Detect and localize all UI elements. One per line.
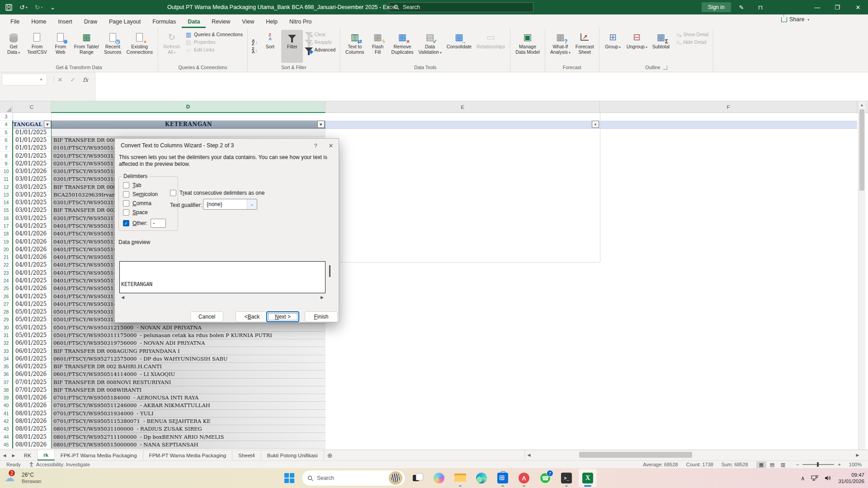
cell-empty[interactable] — [326, 300, 868, 308]
advanced-button[interactable]: ◆Advanced — [305, 47, 335, 53]
save-icon[interactable] — [5, 4, 12, 11]
tab-home[interactable]: Home — [25, 16, 52, 28]
sort-az-icon[interactable]: AZ↓ — [252, 39, 258, 46]
volume-icon[interactable] — [825, 475, 832, 481]
row-number[interactable]: 27 — [0, 300, 13, 308]
cell-date[interactable]: 05/01/2025 — [13, 324, 51, 332]
ungroup-button[interactable]: ⊟Ungroup▾ — [624, 30, 650, 63]
row-number[interactable]: 28 — [0, 308, 13, 316]
cell-f4[interactable] — [600, 121, 857, 128]
cell-empty[interactable] — [326, 136, 868, 144]
row-number[interactable]: 13 — [0, 191, 13, 199]
row-number[interactable]: 44 — [0, 433, 13, 441]
filter-dropdown-icon[interactable]: ▼ — [592, 121, 599, 128]
tab-view[interactable]: View — [236, 16, 260, 28]
cell-empty[interactable] — [326, 324, 868, 332]
cell-empty[interactable] — [326, 175, 868, 183]
cell-date[interactable]: 03/01/2025 — [13, 175, 51, 183]
cell-empty[interactable] — [326, 113, 868, 121]
cell-empty[interactable] — [326, 425, 868, 433]
taskbar-search-box[interactable]: Search — [302, 470, 406, 486]
remove-duplicates-button[interactable]: ▦×RemoveDuplicates — [389, 30, 416, 63]
cell-empty[interactable] — [326, 144, 868, 152]
cell-date[interactable]: 04/01/2025 — [13, 269, 51, 277]
cell-date[interactable]: 03/01/2025 — [13, 199, 51, 206]
row-number[interactable]: 6 — [0, 136, 13, 144]
horizontal-scroll-thumb[interactable] — [579, 452, 692, 458]
zoom-out-icon[interactable]: − — [796, 462, 799, 467]
cell-date[interactable]: 03/01/2025 — [13, 215, 51, 222]
cell-keterangan[interactable] — [51, 129, 326, 136]
cell-date[interactable]: 06/01/2025 — [13, 363, 51, 371]
cell-date[interactable]: 04/01/2026 — [13, 253, 51, 261]
row-number[interactable]: 38 — [0, 386, 13, 394]
cell-empty[interactable] — [326, 199, 868, 206]
keterangan-header-cell[interactable]: KETERANGAN▼ — [51, 121, 326, 128]
tab-review[interactable]: Review — [206, 16, 236, 28]
cell-date[interactable]: 07/01/2025 — [13, 386, 51, 394]
row-number[interactable]: 10 — [0, 168, 13, 175]
formula-input[interactable] — [95, 72, 868, 101]
cell-date[interactable]: 03/01/2026 — [13, 168, 51, 175]
cell-keterangan[interactable]: 0701/FTSCY/WS9505184000 - AERONUSA INTI … — [51, 394, 326, 402]
hscroll-left-icon[interactable]: ◀ — [525, 453, 533, 457]
row-number[interactable]: 9 — [0, 160, 13, 168]
vertical-scroll-thumb[interactable] — [859, 109, 864, 191]
cell-keterangan[interactable]: 0501/FTSCY/WS950311175000 - pelunasan ce… — [51, 332, 326, 339]
cell-keterangan[interactable]: 0601/FTSCY/WS952712575000 - DP dus WAHYU… — [51, 355, 326, 363]
dialog-close-icon[interactable]: ✕ — [323, 139, 339, 152]
row-number[interactable]: 20 — [0, 246, 13, 253]
page-layout-view-button[interactable]: ▤ — [767, 461, 777, 468]
cell-date[interactable]: 05/01/2025 — [13, 316, 51, 324]
row-number[interactable]: 21 — [0, 253, 13, 261]
close-button[interactable]: ✕ — [849, 0, 867, 14]
cell-empty[interactable] — [326, 418, 868, 425]
cell-empty[interactable] — [326, 238, 868, 245]
network-icon[interactable] — [811, 475, 818, 481]
sheet-tab-fpk-pt-warna-media-packaging[interactable]: FPK-PT Warna Media Packaging — [55, 450, 143, 460]
treat-consecutive-checkbox[interactable] — [170, 190, 176, 196]
cell-empty[interactable] — [326, 230, 868, 238]
existing-connections-button[interactable]: ●ExistingConnections — [124, 30, 155, 63]
cell-empty[interactable] — [326, 332, 868, 339]
scroll-up-icon[interactable]: ▲ — [859, 101, 865, 108]
cell-date[interactable]: 03/01/2025 — [13, 191, 51, 199]
name-box-caret-icon[interactable]: ▼ — [39, 78, 43, 82]
cell-keterangan[interactable]: 0601/FTSCY/WS950319756000 - NOVAN ADI PR… — [51, 339, 326, 347]
cell-empty[interactable] — [326, 152, 868, 160]
from-text-csv-button[interactable]: FromText/CSV — [25, 30, 49, 63]
tab-data[interactable]: Data — [182, 16, 206, 28]
cell-empty[interactable] — [326, 379, 868, 386]
row-number[interactable]: 25 — [0, 285, 13, 292]
cell-empty[interactable] — [326, 371, 868, 378]
cell-date[interactable]: 02/01/2025 — [13, 160, 51, 168]
cell-empty[interactable] — [326, 355, 868, 363]
cell-keterangan[interactable]: 0701/FTSCY/WS950511246000 - AKBAR NIKMAT… — [51, 402, 326, 409]
titlebar-search-box[interactable]: Search — [389, 2, 533, 12]
row-number[interactable]: 19 — [0, 238, 13, 245]
cell-empty[interactable] — [326, 308, 868, 316]
scroll-left-icon[interactable]: ◀ — [121, 295, 124, 300]
checkbox-space[interactable] — [123, 209, 129, 216]
tab-formulas[interactable]: Formulas — [146, 16, 182, 28]
row-number[interactable]: 43 — [0, 425, 13, 433]
row-number[interactable]: 39 — [0, 394, 13, 402]
scroll-right-icon[interactable]: ▶ — [321, 295, 324, 300]
zoom-track[interactable] — [802, 464, 834, 465]
row-number[interactable]: 35 — [0, 363, 13, 371]
data-validation-button[interactable]: ▤✓DataValidation▾ — [416, 30, 444, 63]
dialog-title[interactable]: Convert Text to Columns Wizard - Step 2 … — [115, 139, 339, 152]
cell-empty[interactable] — [326, 215, 868, 222]
queries-connections-button[interactable]: ▥Queries & Connections — [185, 31, 243, 38]
name-box[interactable]: ▼ — [2, 74, 47, 85]
group-button[interactable]: ⊞Group▾ — [602, 30, 624, 63]
cell-date[interactable]: 03/01/2025 — [13, 206, 51, 214]
cell-date[interactable] — [13, 113, 51, 121]
cell-date[interactable]: 05/01/2025 — [13, 332, 51, 339]
cell-date[interactable]: 01/01/2025 — [13, 144, 51, 152]
row-number[interactable]: 14 — [0, 199, 13, 206]
chevron-down-icon[interactable]: ⌄ — [247, 199, 257, 209]
cell-keterangan[interactable]: 0501/FTSCY/WS95031215000 - NOVAN ADI PRI… — [51, 324, 326, 332]
cell-keterangan[interactable]: 0801/FTSCY/WS95031100000 - RADIUS ZUSAK … — [51, 425, 326, 433]
row-number[interactable]: 16 — [0, 215, 13, 222]
